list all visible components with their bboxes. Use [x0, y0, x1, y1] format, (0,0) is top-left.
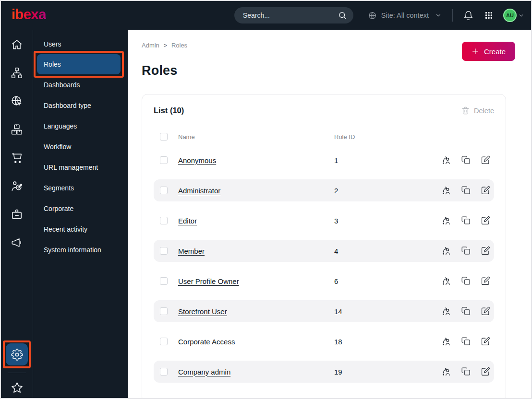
role-name-link[interactable]: Administrator	[178, 187, 334, 195]
sidebar-menu-item[interactable]: Recent activity	[33, 219, 128, 239]
sidebar-menu-item[interactable]: Dashboard type	[33, 95, 128, 116]
assign-users-button[interactable]	[441, 367, 451, 376]
assign-users-button[interactable]	[441, 216, 451, 225]
sidebar-item-home[interactable]	[11, 38, 23, 51]
edit-role-button[interactable]	[481, 216, 490, 225]
sidebar-item-favorites[interactable]	[11, 381, 24, 394]
sidebar-item-site[interactable]	[11, 95, 23, 107]
role-name-link[interactable]: Anonymous	[178, 156, 334, 164]
sidebar-item-marketing[interactable]	[11, 236, 23, 249]
role-name-link[interactable]: User Profile Owner	[178, 277, 334, 285]
role-name-link[interactable]: Corporate Access	[178, 338, 334, 346]
role-name-link[interactable]: Company admin	[178, 368, 334, 376]
role-name-link[interactable]: Storefront User	[178, 307, 334, 316]
row-checkbox[interactable]	[160, 217, 168, 224]
copy-role-button[interactable]	[461, 155, 471, 165]
search-input[interactable]	[234, 7, 353, 23]
delete-button[interactable]: Delete	[461, 106, 494, 115]
row-actions	[441, 246, 491, 256]
sidebar-item-commerce[interactable]	[11, 152, 23, 164]
row-checkbox[interactable]	[160, 368, 168, 376]
sidebar-menu-item[interactable]: Workflow	[33, 136, 128, 157]
copy-role-button[interactable]	[461, 216, 471, 225]
copy-icon	[461, 246, 471, 256]
breadcrumb-item[interactable]: Roles	[159, 42, 187, 49]
assign-users-button[interactable]	[441, 186, 451, 195]
role-id-value: 6	[334, 277, 441, 285]
sidebar-menu-item[interactable]: Users	[33, 34, 128, 54]
copy-icon	[461, 186, 471, 195]
sidebar-item-content-structure[interactable]	[11, 67, 23, 79]
grid-dots-icon	[484, 11, 494, 20]
row-actions	[441, 216, 491, 225]
edit-role-button[interactable]	[481, 367, 490, 376]
copy-role-button[interactable]	[461, 276, 471, 286]
copy-role-button[interactable]	[461, 246, 471, 256]
top-bar: ibexa Site: All context	[1, 1, 531, 30]
notifications-bell-button[interactable]	[461, 9, 475, 23]
breadcrumb-item[interactable]: Admin	[142, 42, 159, 49]
search-icon[interactable]	[338, 11, 347, 20]
edit-role-button[interactable]	[481, 337, 490, 346]
sidebar-item-admin-settings[interactable]	[6, 343, 28, 365]
assign-users-button[interactable]	[441, 246, 451, 256]
role-name-link[interactable]: Editor	[178, 217, 334, 225]
edit-role-button[interactable]	[481, 276, 490, 286]
copy-icon	[461, 306, 471, 316]
sidebar-menu-item[interactable]: System information	[33, 239, 128, 260]
assign-users-button[interactable]	[441, 337, 451, 346]
row-actions	[441, 276, 491, 286]
assign-user-icon	[441, 276, 451, 286]
row-checkbox[interactable]	[160, 156, 168, 164]
app-switcher-button[interactable]	[482, 9, 496, 22]
sidebar-menu-item[interactable]: Languages	[33, 116, 128, 136]
assign-users-button[interactable]	[441, 155, 451, 165]
edit-role-button[interactable]	[481, 246, 490, 256]
chevron-down-icon	[518, 12, 524, 19]
row-checkbox[interactable]	[160, 277, 168, 285]
table-header: Name Role ID	[154, 123, 494, 149]
sidebar-menu-item[interactable]: Segments	[33, 177, 128, 198]
sidebar-menu-item[interactable]: Roles	[37, 54, 121, 74]
user-menu[interactable]: AU	[503, 9, 524, 22]
home-icon	[11, 38, 23, 51]
row-actions	[441, 306, 491, 316]
sidebar-item-corporate[interactable]	[11, 208, 23, 221]
star-icon	[11, 381, 24, 394]
table-row: User Profile Owner 6	[154, 270, 494, 292]
edit-role-button[interactable]	[481, 155, 490, 165]
copy-role-button[interactable]	[461, 337, 471, 346]
select-all-checkbox[interactable]	[160, 133, 168, 141]
copy-role-button[interactable]	[461, 186, 471, 195]
sidebar-menu-item[interactable]: URL management	[33, 157, 128, 177]
site-globe-icon	[368, 11, 377, 20]
assign-users-button[interactable]	[441, 306, 451, 316]
site-context-selector[interactable]: Site: All context	[368, 11, 442, 20]
role-id-value: 4	[334, 247, 441, 255]
row-checkbox[interactable]	[160, 187, 168, 194]
plus-icon	[472, 47, 479, 55]
sidebar-item-personalization[interactable]	[11, 180, 23, 192]
copy-icon	[461, 367, 471, 376]
edit-role-button[interactable]	[481, 186, 490, 195]
assign-users-button[interactable]	[441, 276, 451, 286]
table-row: Administrator 2	[154, 179, 494, 201]
shopping-cart-icon	[11, 152, 23, 164]
role-id-value: 19	[334, 368, 441, 376]
copy-role-button[interactable]	[461, 306, 471, 316]
copy-role-button[interactable]	[461, 367, 471, 376]
assign-user-icon	[441, 216, 451, 225]
sidebar-menu-item[interactable]: Dashboards	[33, 74, 128, 95]
sidebar-item-products[interactable]	[11, 123, 23, 136]
row-checkbox[interactable]	[160, 247, 168, 255]
sidebar-menu-item[interactable]: Corporate	[33, 198, 128, 219]
breadcrumb: AdminRoles	[142, 42, 506, 49]
edit-role-button[interactable]	[481, 306, 490, 316]
table-row: Storefront User 14	[154, 300, 494, 322]
row-checkbox[interactable]	[160, 307, 168, 315]
role-name-link[interactable]: Member	[178, 247, 334, 255]
table-row: Member 4	[154, 240, 494, 262]
row-checkbox[interactable]	[160, 338, 168, 345]
create-button[interactable]: Create	[462, 42, 515, 61]
table-row: Editor 3	[154, 210, 494, 232]
